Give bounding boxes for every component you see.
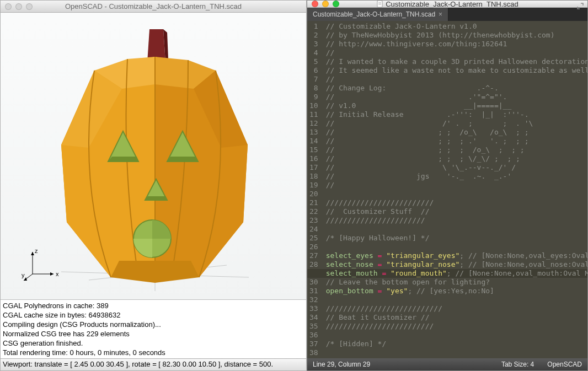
pumpkin-render [28,18,271,299]
svg-rect-30 [378,2,381,3]
console-output[interactable]: CGAL Polyhedrons in cache: 389 CGAL cach… [1,299,306,358]
traffic-lights [1,3,33,10]
zoom-icon[interactable] [26,3,33,10]
tab-file[interactable]: Customizable_Jack-O-Lantern_TNH.scad × [307,8,448,21]
close-icon[interactable] [312,1,318,7]
cursor-position[interactable]: Line 29, Column 29 [313,361,370,368]
document-icon [376,0,384,8]
traffic-lights [307,1,339,7]
right-titlebar[interactable]: Customizable_Jack-O-Lantern_TNH.scad [307,1,587,8]
console-line: Compiling design (CSG Products normaliza… [3,320,304,329]
openscad-window: OpenSCAD - Customizable_Jack-O-Lantern_T… [0,0,307,371]
svg-rect-29 [377,1,382,7]
svg-marker-12 [111,261,199,283]
window-title: OpenSCAD - Customizable_Jack-O-Lantern_T… [1,2,306,10]
svg-marker-15 [108,157,138,162]
console-line: Total rendering time: 0 hours, 0 minutes… [3,348,304,357]
axes-gizmo: x z y [22,248,60,286]
maximize-icon[interactable] [576,2,584,10]
svg-text:z: z [35,248,38,254]
left-titlebar[interactable]: OpenSCAD - Customizable_Jack-O-Lantern_T… [1,1,306,13]
svg-marker-18 [145,196,167,200]
syntax-mode[interactable]: OpenSCAD [547,361,582,368]
tab-bar: Customizable_Jack-O-Lantern_TNH.scad × [307,8,587,21]
console-line: CGAL Polyhedrons in cache: 389 [3,301,304,310]
console-line: CSG generation finished. [3,338,304,348]
close-tab-icon[interactable]: × [439,10,442,18]
svg-marker-21 [50,272,54,276]
svg-text:y: y [22,272,25,278]
minimize-icon[interactable] [15,3,22,10]
tab-size[interactable]: Tab Size: 4 [501,361,534,368]
viewport-status: Viewport: translate = [ 2.45 0.00 30.45 … [1,358,306,370]
code-editor[interactable]: 1 2 3 4 5 6 7 8 9 10 11 12 13 14 15 16 1… [307,21,587,358]
minimize-icon[interactable] [322,1,329,7]
svg-rect-32 [378,4,381,5]
editor-status-bar: Line 29, Column 29 Tab Size: 4 OpenSCAD [307,358,587,370]
svg-rect-31 [378,3,381,4]
3d-viewport[interactable]: x z y [1,13,306,299]
zoom-icon[interactable] [333,1,339,7]
line-gutter: 1 2 3 4 5 6 7 8 9 10 11 12 13 14 15 16 1… [307,21,323,358]
svg-marker-16 [167,157,198,162]
svg-text:x: x [56,271,59,277]
console-line: CGAL cache size in bytes: 64938632 [3,310,304,320]
editor-window: Customizable_Jack-O-Lantern_TNH.scad Cus… [307,0,588,371]
close-icon[interactable] [5,3,12,10]
code-area[interactable]: // Customizable Jack-O-Lantern v1.0 // b… [323,21,587,358]
window-title: Customizable_Jack-O-Lantern_TNH.scad [307,0,587,8]
console-line: Normalized CSG tree has 229 elements [3,329,304,338]
svg-marker-24 [31,252,34,255]
tab-label: Customizable_Jack-O-Lantern_TNH.scad [313,10,435,18]
